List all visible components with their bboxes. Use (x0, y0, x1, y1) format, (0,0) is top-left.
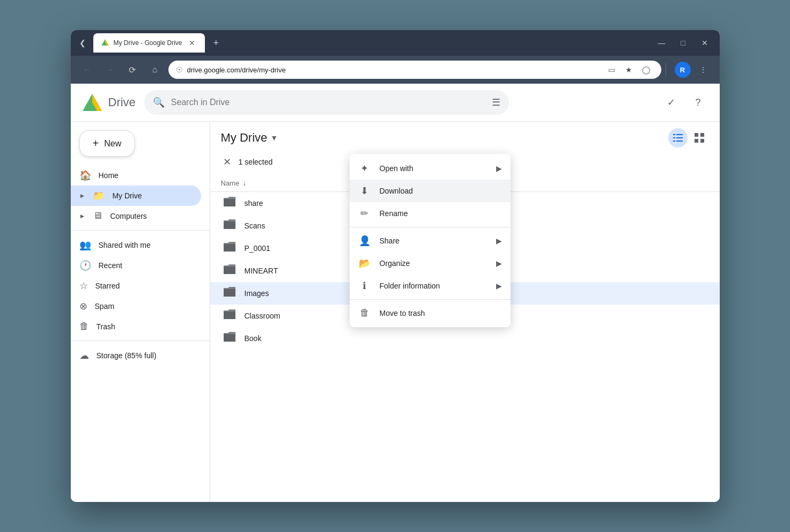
svg-rect-7 (676, 134, 683, 135)
tab-title: My Drive - Google Drive (114, 39, 182, 47)
file-row-book[interactable]: Book (210, 327, 720, 350)
spam-icon: ⊗ (79, 300, 87, 312)
back-button[interactable]: ← (78, 61, 97, 79)
breadcrumb-text: My Drive (221, 131, 268, 145)
svg-rect-11 (676, 141, 683, 142)
rename-icon: ✏ (358, 208, 371, 219)
context-menu-download[interactable]: ⬇ Download (350, 180, 511, 202)
list-view-button[interactable] (668, 128, 688, 147)
browser-window: ❮ My Drive - Google Drive ✕ + — □ ✕ ← → … (71, 30, 720, 502)
sidebar-item-spam-label: Spam (95, 302, 115, 311)
folder-info-label: Folder information (380, 282, 488, 290)
sidebar-item-shared[interactable]: 👥 Shared with me (71, 235, 201, 255)
chevron-icon: ► (79, 192, 86, 200)
computers-icon: 🖥 (93, 210, 102, 221)
check-icon-button[interactable]: ✓ (661, 92, 682, 113)
context-menu-folder-info[interactable]: ℹ Folder information ▶ (350, 275, 511, 297)
sidebar-item-starred[interactable]: ☆ Starred (71, 276, 201, 296)
url-text: drive.google.com/drive/my-drive (187, 66, 600, 74)
maximize-button[interactable]: □ (674, 33, 693, 53)
browser-tab[interactable]: My Drive - Google Drive ✕ (93, 33, 205, 53)
new-tab-button[interactable]: + (209, 35, 224, 51)
open-with-arrow-icon: ▶ (496, 164, 502, 173)
sidebar: + New 🏠 Home ► 📁 My Drive ► 🖥 Computers (71, 122, 210, 502)
breadcrumb-dropdown-icon: ▼ (270, 134, 278, 142)
open-with-icon: ✦ (358, 162, 371, 174)
search-bar: 🔍 ☰ (144, 90, 509, 115)
drive-logo-icon (82, 93, 103, 112)
search-input[interactable] (171, 98, 485, 107)
drive-logo[interactable]: Drive (82, 93, 136, 112)
main-layout: + New 🏠 Home ► 📁 My Drive ► 🖥 Computers (71, 122, 720, 502)
secure-icon: ☉ (176, 65, 183, 74)
search-tune-icon[interactable]: ☰ (492, 97, 500, 108)
address-bar[interactable]: ☉ drive.google.com/drive/my-drive ▭ ★ ◯ (168, 61, 661, 79)
new-button-label: New (104, 139, 121, 149)
profile-avatar[interactable]: R (675, 62, 691, 78)
context-menu-rename[interactable]: ✏ Rename (350, 202, 511, 225)
svg-rect-10 (673, 141, 675, 142)
help-icon-button[interactable]: ? (688, 92, 709, 113)
breadcrumb[interactable]: My Drive ▼ (221, 131, 278, 145)
folder-icon-scans (221, 219, 238, 233)
context-menu: ✦ Open with ▶ ⬇ Download ✏ Rename 👤 (350, 154, 511, 327)
grid-view-button[interactable] (690, 128, 709, 147)
sidebar-divider-1 (71, 230, 210, 231)
sidebar-item-trash-label: Trash (97, 322, 115, 331)
sidebar-item-recent[interactable]: 🕐 Recent (71, 255, 201, 276)
new-button[interactable]: + New (79, 130, 135, 157)
home-icon: 🏠 (79, 169, 91, 181)
screen-cast-icon[interactable]: ▭ (604, 62, 619, 77)
sidebar-item-my-drive[interactable]: ► 📁 My Drive (71, 186, 201, 206)
file-area: My Drive ▼ (210, 122, 720, 502)
share-arrow-icon: ▶ (496, 237, 502, 245)
nav-right: R ⋮ (675, 61, 712, 79)
file-name-book: Book (245, 334, 709, 343)
bookmark-icon[interactable]: ★ (622, 62, 637, 77)
sidebar-item-starred-label: Starred (95, 282, 120, 290)
move-trash-icon: 🗑 (358, 307, 371, 319)
search-icon: 🔍 (153, 97, 165, 108)
my-drive-icon: 📁 (93, 190, 105, 202)
tab-favicon (101, 39, 109, 47)
context-menu-divider-1 (350, 227, 511, 227)
close-button[interactable]: ✕ (695, 33, 714, 53)
context-menu-organize[interactable]: 📂 Organize ▶ (350, 252, 511, 275)
context-menu-open-with[interactable]: ✦ Open with ▶ (350, 157, 511, 180)
svg-rect-13 (700, 133, 704, 137)
home-button[interactable]: ⌂ (146, 61, 164, 79)
nav-separator (666, 63, 666, 76)
folder-icon-classroom (221, 309, 238, 323)
tab-arrow[interactable]: ❮ (76, 36, 89, 49)
sidebar-item-trash[interactable]: 🗑 Trash (71, 316, 201, 336)
more-options-button[interactable]: ⋮ (694, 61, 712, 79)
view-toggle (668, 128, 709, 147)
folder-info-arrow-icon: ▶ (496, 282, 502, 290)
forward-button[interactable]: → (101, 61, 119, 79)
folder-info-icon: ℹ (358, 280, 371, 292)
sidebar-item-computers[interactable]: ► 🖥 Computers (71, 206, 201, 226)
folder-icon-book (221, 331, 238, 345)
tab-close-button[interactable]: ✕ (187, 38, 197, 48)
organize-icon: 📂 (358, 257, 371, 269)
navigation-bar: ← → ⟳ ⌂ ☉ drive.google.com/drive/my-driv… (71, 56, 720, 84)
window-controls: — □ ✕ (652, 33, 714, 53)
download-icon: ⬇ (358, 185, 371, 197)
refresh-button[interactable]: ⟳ (123, 61, 142, 79)
selection-close-button[interactable]: ✕ (221, 154, 233, 170)
extensions-icon[interactable]: ◯ (639, 62, 654, 77)
app-header: Drive 🔍 ☰ ✓ ? (71, 84, 720, 122)
sidebar-item-home[interactable]: 🏠 Home (71, 165, 201, 186)
context-menu-share[interactable]: 👤 Share ▶ (350, 230, 511, 252)
storage-icon: ☁ (79, 350, 89, 361)
sidebar-storage[interactable]: ☁ Storage (85% full) (71, 345, 210, 366)
sidebar-item-shared-label: Shared with me (99, 241, 151, 249)
sidebar-divider-2 (71, 341, 210, 341)
open-with-label: Open with (380, 164, 488, 173)
address-actions: ▭ ★ ◯ (604, 62, 654, 77)
context-menu-move-trash[interactable]: 🗑 Move to trash (350, 302, 511, 324)
minimize-button[interactable]: — (652, 33, 671, 53)
svg-rect-14 (695, 139, 698, 143)
folder-icon-mineart (221, 264, 238, 278)
sidebar-item-spam[interactable]: ⊗ Spam (71, 296, 201, 316)
